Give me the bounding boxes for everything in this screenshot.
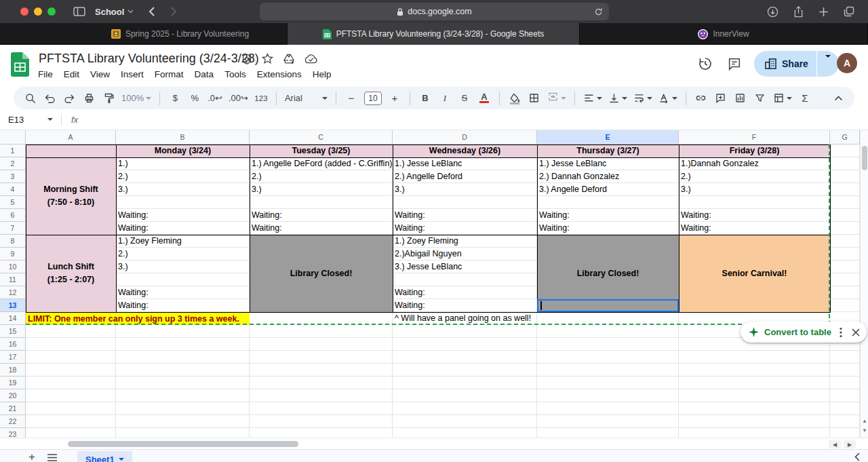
row-header-15[interactable]: 15 xyxy=(0,325,26,338)
browser-tab-1[interactable]: Spring 2025 - Library Volunteering xyxy=(73,23,288,45)
cell-D4[interactable]: 3.) xyxy=(393,183,537,196)
cell-F19[interactable] xyxy=(679,377,830,389)
cell-G13[interactable] xyxy=(830,299,860,312)
cell-E3[interactable]: 2.) Dannah Gonzalez xyxy=(537,170,679,183)
cell-G5[interactable] xyxy=(830,196,860,209)
cell-G19[interactable] xyxy=(830,377,860,389)
redo-button[interactable] xyxy=(62,90,76,107)
text-color-button[interactable]: A xyxy=(477,90,491,107)
drive-add-icon[interactable] xyxy=(283,54,295,67)
more-formats-button[interactable]: 123 xyxy=(254,90,268,107)
menu-insert[interactable]: Insert xyxy=(115,66,149,82)
scroll-right-button[interactable]: ▶ xyxy=(844,440,856,448)
vertical-align-button[interactable] xyxy=(608,90,627,107)
cell-D2[interactable]: 1.) Jesse LeBlanc xyxy=(393,157,537,170)
cell-D22[interactable] xyxy=(393,415,537,428)
print-button[interactable] xyxy=(82,90,96,107)
row-header-14[interactable]: 14 xyxy=(0,312,26,325)
all-sheets-icon[interactable] xyxy=(42,451,62,462)
merged-range-C8:C13[interactable]: Library Closed! xyxy=(250,235,393,312)
decrease-font-size-button[interactable]: − xyxy=(344,90,358,107)
cell-E16[interactable] xyxy=(537,338,679,351)
cell-A4[interactable]: Morning Shift xyxy=(26,183,116,196)
convert-to-table-button[interactable]: Convert to table xyxy=(764,327,831,337)
cell-D17[interactable] xyxy=(393,351,537,364)
cell-C5[interactable] xyxy=(250,196,393,209)
cell-D3[interactable]: 2.) Angelle Deford xyxy=(393,170,537,183)
column-header-E[interactable]: E xyxy=(537,130,679,145)
row-header-4[interactable]: 4 xyxy=(0,183,26,196)
decrease-decimal-button[interactable]: .0↩ xyxy=(208,90,222,107)
cell-A19[interactable] xyxy=(26,377,116,389)
cell-F17[interactable] xyxy=(679,351,830,364)
row-header-1[interactable]: 1 xyxy=(0,145,26,157)
zoom-window-button[interactable] xyxy=(47,7,56,16)
row-header-3[interactable]: 3 xyxy=(0,170,26,183)
cell-G8[interactable] xyxy=(830,235,860,248)
cell-B22[interactable] xyxy=(116,415,250,428)
cell-D16[interactable] xyxy=(393,338,537,351)
share-dropdown[interactable] xyxy=(817,58,839,70)
cell-B13[interactable]: Waiting: xyxy=(116,299,250,312)
merge-cells-button[interactable] xyxy=(547,90,566,107)
cell-G23[interactable] xyxy=(830,428,860,438)
row-header-13[interactable]: 13 xyxy=(0,299,26,312)
row-header-5[interactable]: 5 xyxy=(0,196,26,209)
cell-D6[interactable]: Waiting: xyxy=(393,209,537,222)
cell-D14[interactable]: ^ Will have a panel going on as well! xyxy=(393,312,537,325)
italic-button[interactable]: I xyxy=(438,90,452,107)
cell-G6[interactable] xyxy=(830,209,860,222)
cell-D21[interactable] xyxy=(393,402,537,415)
merged-range-F8:F13[interactable]: Senior Carnival! xyxy=(679,235,830,312)
percent-format-button[interactable]: % xyxy=(188,90,201,107)
grid-corner[interactable] xyxy=(0,130,26,145)
sheet-tab-sheet1[interactable]: Sheet1 xyxy=(77,451,132,462)
address-bar[interactable]: docs.google.com xyxy=(260,3,609,20)
cell-B10[interactable]: 3.) xyxy=(116,261,250,273)
horizontal-scroll-thumb[interactable] xyxy=(68,441,298,447)
cell-F18[interactable] xyxy=(679,364,830,377)
cell-B4[interactable]: 3.) xyxy=(116,183,250,196)
column-header-F[interactable]: F xyxy=(679,130,830,145)
cell-G11[interactable] xyxy=(830,273,860,286)
increase-font-size-button[interactable]: + xyxy=(388,90,401,107)
downloads-icon[interactable] xyxy=(767,6,778,18)
document-title[interactable]: PFTSTA Library Volunteering (3/24-3/28) xyxy=(39,52,259,66)
selected-cell-E13[interactable] xyxy=(537,299,679,312)
at-badge-icon[interactable] xyxy=(241,54,252,67)
cell-B2[interactable]: 1.) xyxy=(116,157,250,170)
cell-F22[interactable] xyxy=(679,415,830,428)
cell-G18[interactable] xyxy=(830,364,860,377)
bold-button[interactable]: B xyxy=(418,90,432,107)
menu-edit[interactable]: Edit xyxy=(58,66,85,82)
reload-icon[interactable] xyxy=(594,7,603,16)
search-button[interactable] xyxy=(23,90,37,107)
cell-D18[interactable] xyxy=(393,364,537,377)
cell-C23[interactable] xyxy=(250,428,393,438)
cell-A15[interactable] xyxy=(26,325,116,338)
cell-G12[interactable] xyxy=(830,286,860,299)
row-header-7[interactable]: 7 xyxy=(0,222,26,235)
cell-B7[interactable]: Waiting: xyxy=(116,222,250,235)
table-views-button[interactable] xyxy=(773,90,792,107)
cell-D7[interactable]: Waiting: xyxy=(393,222,537,235)
cell-D13[interactable]: Waiting: xyxy=(393,299,537,312)
cell-E7[interactable]: Waiting: xyxy=(537,222,679,235)
cell-F4[interactable]: 3.) xyxy=(679,183,830,196)
comment-add-button[interactable] xyxy=(714,90,728,107)
horizontal-align-button[interactable] xyxy=(583,90,602,107)
cell-G4[interactable] xyxy=(830,183,860,196)
row-header-10[interactable]: 10 xyxy=(0,261,26,273)
close-window-button[interactable] xyxy=(20,7,28,16)
collapse-panel-icon[interactable] xyxy=(854,452,860,462)
browser-tab-2[interactable]: PFTSTA Library Volunteering (3/24-3/28) … xyxy=(288,23,580,45)
cell-A5[interactable]: (7:50 - 8:10) xyxy=(26,196,116,209)
cell-C19[interactable] xyxy=(250,377,393,389)
menu-data[interactable]: Data xyxy=(189,66,220,82)
cell-A11[interactable]: (1:25 - 2:07) xyxy=(26,273,116,286)
cell-E4[interactable]: 3.) Angelle Deford xyxy=(537,183,679,196)
cell-B6[interactable]: Waiting: xyxy=(116,209,250,222)
menu-file[interactable]: File xyxy=(33,66,58,82)
cell-D11[interactable] xyxy=(393,273,537,286)
font-select[interactable]: Arial xyxy=(285,90,328,107)
